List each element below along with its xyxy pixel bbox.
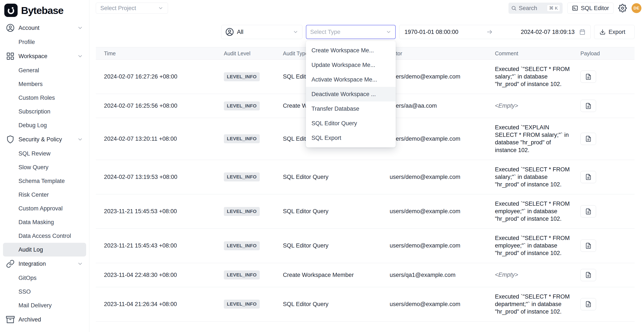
sidebar-item-data-access-control[interactable]: Data Access Control bbox=[3, 229, 86, 243]
cell-time: 2023-11-21 15:45:43 +08:00 bbox=[96, 242, 216, 249]
column-header-audit-level: Audit Level bbox=[216, 50, 275, 57]
brand-name: Bytebase bbox=[21, 4, 63, 16]
gear-icon[interactable] bbox=[618, 4, 627, 12]
payload-button[interactable] bbox=[580, 298, 596, 310]
sidebar-item-profile[interactable]: Profile bbox=[3, 35, 86, 49]
sidebar-item-custom-roles[interactable]: Custom Roles bbox=[3, 91, 86, 105]
cell-audit-level: LEVEL_INFO bbox=[216, 172, 275, 181]
sidebar-item-sso[interactable]: SSO bbox=[3, 285, 86, 299]
sidebar: Bytebase Account Profile Workspace Gener… bbox=[0, 0, 89, 332]
sidebar-item-custom-approval[interactable]: Custom Approval bbox=[3, 202, 86, 215]
sidebar-item-schema-template[interactable]: Schema Template bbox=[3, 174, 86, 188]
dropdown-option[interactable]: Create Workspace Me... bbox=[306, 43, 396, 58]
cell-actor: users/qa1@example.com bbox=[382, 272, 487, 278]
payload-button[interactable] bbox=[580, 133, 596, 145]
actor-filter-select[interactable]: All bbox=[221, 25, 302, 39]
project-select[interactable]: Select Project bbox=[96, 2, 168, 14]
dropdown-option[interactable]: SQL Editor Query bbox=[306, 116, 396, 131]
sidebar-item-data-masking[interactable]: Data Masking bbox=[3, 215, 86, 229]
sidebar-section-label: Security & Policy bbox=[18, 136, 62, 143]
cell-comment: Executed `"SELECT * FROM employee;"` in … bbox=[487, 200, 580, 223]
type-filter-placeholder: Select Type bbox=[310, 29, 340, 35]
sidebar-item-archived[interactable]: Archived bbox=[3, 312, 86, 327]
payload-button[interactable] bbox=[580, 171, 596, 183]
brand-logo[interactable]: Bytebase bbox=[3, 0, 86, 20]
dropdown-option[interactable]: SQL Export bbox=[306, 131, 396, 145]
sidebar-section-workspace[interactable]: Workspace bbox=[3, 49, 86, 63]
table-row: 2023-11-21 15:45:43 +08:00 LEVEL_INFO SQ… bbox=[96, 229, 634, 263]
type-filter-select[interactable]: Select Type bbox=[306, 25, 396, 39]
download-icon bbox=[600, 29, 606, 35]
sidebar-section-integration[interactable]: Integration bbox=[3, 257, 86, 271]
cell-time: 2024-02-07 16:25:56 +08:00 bbox=[96, 103, 216, 109]
search-icon bbox=[511, 5, 516, 11]
chevron-down-icon bbox=[77, 25, 83, 31]
sidebar-section-label: Integration bbox=[18, 261, 46, 267]
avatar[interactable]: DE bbox=[632, 3, 642, 13]
cell-audit-level: LEVEL_INFO bbox=[216, 101, 275, 110]
sidebar-section-account[interactable]: Account bbox=[3, 20, 86, 35]
search-input[interactable]: Search ⌘ K bbox=[508, 2, 562, 14]
cell-comment: <Empty> bbox=[487, 102, 580, 110]
user-circle-icon bbox=[6, 24, 14, 32]
dropdown-option[interactable]: Transfer Database bbox=[306, 101, 396, 116]
level-badge: LEVEL_INFO bbox=[224, 270, 260, 280]
cell-payload bbox=[580, 240, 634, 252]
payload-button[interactable] bbox=[580, 269, 596, 281]
sidebar-item-general[interactable]: General bbox=[3, 63, 86, 77]
payload-button[interactable] bbox=[580, 100, 596, 112]
sidebar-item-mail-delivery[interactable]: Mail Delivery bbox=[3, 299, 86, 312]
link-icon bbox=[6, 260, 14, 268]
topbar-right: Search ⌘ K SQL Editor DE bbox=[508, 2, 642, 14]
sidebar-item-debug-log[interactable]: Debug Log bbox=[3, 118, 86, 132]
sidebar-item-audit-log[interactable]: Audit Log bbox=[3, 243, 86, 257]
payload-button[interactable] bbox=[580, 240, 596, 252]
level-badge: LEVEL_INFO bbox=[224, 72, 260, 81]
sidebar-item-label: Archived bbox=[18, 316, 41, 323]
cell-actor: users/demo@example.com bbox=[382, 174, 487, 180]
shield-icon bbox=[6, 135, 14, 144]
sidebar-section-label: Workspace bbox=[18, 53, 48, 60]
sidebar-section-label: Account bbox=[18, 25, 40, 31]
cell-audit-type: SQL Editor Query bbox=[275, 242, 382, 249]
date-to-value: 2024-02-07 18:09:13 bbox=[521, 29, 574, 35]
chevron-down-icon bbox=[293, 29, 298, 35]
export-button[interactable]: Export bbox=[594, 25, 634, 39]
cell-actor: users/aa@aa.com bbox=[382, 103, 487, 109]
sidebar-item-subscription[interactable]: Subscription bbox=[3, 105, 86, 118]
dropdown-option[interactable]: Update Workspace Me... bbox=[306, 58, 396, 72]
cell-time: 2024-02-07 13:20:11 +08:00 bbox=[96, 136, 216, 142]
sidebar-item-members[interactable]: Members bbox=[3, 77, 86, 91]
cell-actor: users/demo@example.com bbox=[382, 242, 487, 249]
dropdown-option[interactable]: Activate Workspace Me... bbox=[306, 72, 396, 87]
cell-comment: <Empty> bbox=[487, 271, 580, 279]
payload-button[interactable] bbox=[580, 205, 596, 217]
grid-icon bbox=[6, 52, 14, 60]
cell-time: 2024-02-07 16:27:26 +08:00 bbox=[96, 73, 216, 80]
cell-actor: users/demo@example.com bbox=[382, 208, 487, 215]
project-select-value: Select Project bbox=[100, 5, 136, 11]
table-row: 2023-11-04 22:48:30 +08:00 LEVEL_INFO Cr… bbox=[96, 263, 634, 287]
cell-time: 2023-11-21 15:45:53 +08:00 bbox=[96, 208, 216, 215]
cell-actor: users/demo@example.com bbox=[382, 136, 487, 142]
column-header-actor: Actor bbox=[382, 50, 487, 57]
terminal-icon bbox=[572, 5, 578, 11]
cell-audit-type: SQL Editor Query bbox=[275, 208, 382, 215]
cell-audit-level: LEVEL_INFO bbox=[216, 270, 275, 280]
column-header-time: Time bbox=[96, 50, 216, 57]
sidebar-item-slow-query[interactable]: Slow Query bbox=[3, 161, 86, 174]
dropdown-option-highlighted[interactable]: Deactivate Workspace ... bbox=[306, 87, 396, 101]
cell-audit-level: LEVEL_INFO bbox=[216, 72, 275, 81]
sidebar-item-risk-center[interactable]: Risk Center bbox=[3, 188, 86, 202]
sidebar-item-gitops[interactable]: GitOps bbox=[3, 271, 86, 285]
sql-editor-button[interactable]: SQL Editor bbox=[567, 2, 614, 14]
sidebar-section-security-policy[interactable]: Security & Policy bbox=[3, 132, 86, 147]
archive-icon bbox=[6, 315, 14, 324]
sidebar-item-sql-review[interactable]: SQL Review bbox=[3, 147, 86, 161]
sidebar-nav: Account Profile Workspace General Member… bbox=[3, 20, 86, 327]
date-range-picker[interactable]: 1970-01-01 08:00:00 2024-02-07 18:09:13 bbox=[399, 25, 591, 39]
chevron-down-icon bbox=[77, 53, 83, 59]
export-label: Export bbox=[608, 29, 625, 35]
cell-audit-type: SQL Editor Query bbox=[275, 301, 382, 308]
payload-button[interactable] bbox=[580, 71, 596, 83]
